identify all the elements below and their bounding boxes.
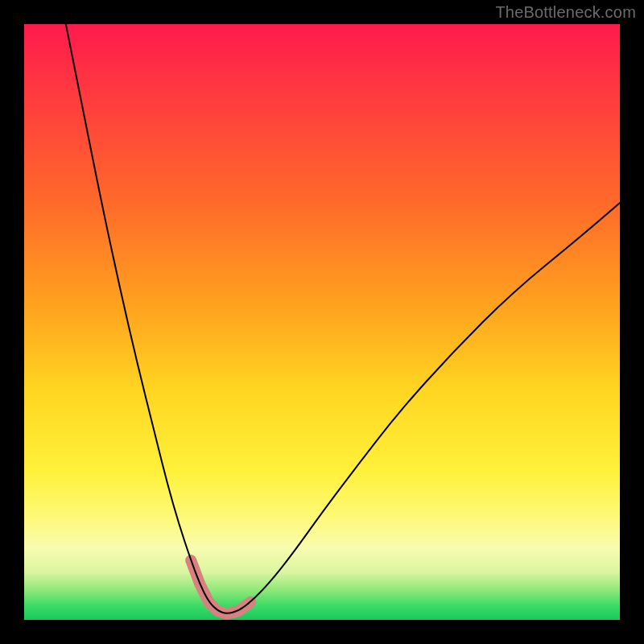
chart-stage: TheBottleneck.com: [0, 0, 644, 644]
curve-svg: [24, 24, 620, 620]
watermark-text: TheBottleneck.com: [495, 3, 636, 22]
bottleneck-curve: [66, 24, 620, 613]
optimum-highlight: [191, 560, 250, 614]
plot-area: [24, 24, 620, 620]
